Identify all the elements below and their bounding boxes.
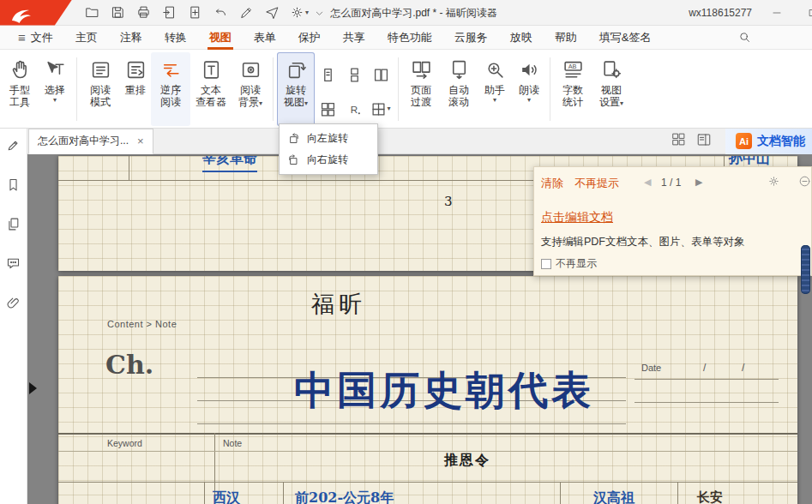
thumbnail-grid-button[interactable] bbox=[671, 132, 686, 150]
facing-pages-button[interactable] bbox=[374, 68, 388, 82]
page-transition-label-2: 过渡 bbox=[411, 96, 431, 108]
scrollbar-thumb[interactable] bbox=[801, 245, 810, 294]
previous-page-icon[interactable]: ◀ bbox=[644, 177, 651, 188]
edit-pen-button[interactable] bbox=[238, 5, 254, 21]
menu-help[interactable]: 帮助 bbox=[544, 26, 588, 50]
row-line bbox=[58, 451, 797, 452]
auto-scroll-button[interactable]: 自动滚动 bbox=[440, 52, 478, 126]
menu-view[interactable]: 视图 bbox=[198, 26, 243, 50]
maximize-button[interactable] bbox=[802, 2, 812, 24]
close-tab-icon[interactable]: × bbox=[137, 135, 144, 147]
ribbon-separator bbox=[76, 57, 77, 121]
rotate-view-label-2: 视图 bbox=[284, 96, 304, 108]
annotate-pencil-button[interactable] bbox=[6, 137, 21, 153]
view-settings-label-1: 视图 bbox=[601, 84, 622, 96]
svg-text:AB: AB bbox=[568, 62, 576, 69]
page-indicator: 1 / 1 bbox=[661, 177, 681, 189]
reading-background-button[interactable]: 阅读背景▾ bbox=[232, 52, 269, 126]
comments-button[interactable] bbox=[6, 255, 21, 271]
phoenix-icon bbox=[0, 0, 51, 26]
chapter-label: Ch. bbox=[105, 350, 153, 380]
menu-file[interactable]: ≡ 文件 bbox=[7, 26, 64, 50]
text-viewer-button[interactable]: 文本查看器 bbox=[190, 52, 232, 126]
menu-features[interactable]: 特色功能 bbox=[376, 26, 443, 50]
ai-document-label: 文档智能 bbox=[757, 134, 805, 149]
save-button[interactable] bbox=[110, 5, 125, 21]
chevron-down-icon bbox=[315, 9, 324, 18]
rotate-right-label: 向右旋转 bbox=[307, 153, 348, 167]
policy-text: 推恩令 bbox=[444, 452, 490, 470]
continuous-page-button[interactable] bbox=[347, 68, 362, 82]
settings-button[interactable]: ▾ bbox=[290, 5, 309, 20]
table-line bbox=[58, 482, 797, 483]
read-mode-button[interactable]: 阅读模式 bbox=[81, 52, 120, 126]
word-count-button[interactable]: AB 字数统计 bbox=[554, 52, 592, 126]
clear-button[interactable]: 清除 bbox=[541, 176, 563, 191]
reverse-reading-icon bbox=[160, 57, 182, 82]
menu-comment[interactable]: 注释 bbox=[109, 26, 153, 50]
document-view-area[interactable]: 辛亥革命 孙中山 3 福昕 Content > Note Ch. Date / … bbox=[27, 154, 812, 504]
menu-cloud[interactable]: 云服务 bbox=[443, 26, 499, 50]
read-aloud-button[interactable]: 朗读 ▾ bbox=[512, 52, 546, 126]
reflow-button[interactable]: 重排 bbox=[120, 52, 151, 126]
page-transition-label-1: 页面 bbox=[411, 84, 431, 96]
next-page-icon[interactable]: ▶ bbox=[695, 177, 702, 188]
menu-convert[interactable]: 转换 bbox=[153, 26, 198, 50]
continuous-facing-button[interactable] bbox=[321, 102, 335, 117]
caret-down-icon: ▾ bbox=[304, 99, 308, 107]
select-tool-label: 选择 bbox=[45, 84, 65, 96]
attachment-button[interactable] bbox=[6, 295, 21, 310]
reverse-reading-label-2: 阅读 bbox=[160, 96, 181, 108]
reverse-view-button[interactable]: R bbox=[347, 102, 362, 117]
rotate-left-item[interactable]: 向左旋转 bbox=[280, 128, 377, 149]
handwriting-dynasty: 西汉 bbox=[213, 489, 240, 504]
dont-show-row[interactable]: 不再显示 bbox=[541, 256, 597, 271]
open-file-button[interactable] bbox=[84, 5, 99, 21]
section-divider bbox=[58, 433, 797, 435]
ribbon-toolbar: 手型工具 选择 ▾ 阅读模式 重排 逆序阅读 文本查看器 阅读背景▾ 旋转视图▾… bbox=[0, 50, 812, 129]
single-page-button[interactable] bbox=[321, 68, 335, 82]
reflow-icon bbox=[125, 57, 147, 82]
rotate-left-label: 向左旋转 bbox=[307, 131, 348, 146]
handwriting-years: 前202-公元8年 bbox=[295, 489, 394, 504]
export-document-button[interactable] bbox=[161, 5, 177, 21]
dont-show-checkbox[interactable] bbox=[541, 259, 551, 269]
pdf-page-2: 福昕 Content > Note Ch. Date / / 中国历史朝代表 K… bbox=[58, 276, 797, 504]
notification-settings-button[interactable] bbox=[767, 175, 780, 191]
rotate-view-button[interactable]: 旋转视图▾ bbox=[277, 52, 315, 126]
assistant-button[interactable]: 助手 ▾ bbox=[478, 52, 512, 126]
no-remind-button[interactable]: 不再提示 bbox=[574, 176, 619, 191]
undo-button[interactable] bbox=[213, 5, 228, 21]
bookmark-button[interactable] bbox=[6, 177, 21, 192]
edit-document-link[interactable]: 点击编辑文档 bbox=[541, 210, 613, 225]
hand-tool-button[interactable]: 手型工具 bbox=[3, 52, 37, 126]
page-thumbnails-button[interactable] bbox=[6, 216, 21, 231]
read-aloud-label: 朗读 bbox=[519, 84, 539, 96]
collapse-panel-button[interactable] bbox=[798, 175, 811, 191]
minimize-button[interactable] bbox=[766, 2, 788, 24]
menu-fill-sign[interactable]: 填写&签名 bbox=[588, 26, 663, 50]
new-document-button[interactable] bbox=[187, 5, 202, 21]
print-button[interactable] bbox=[135, 5, 151, 21]
menu-share[interactable]: 共享 bbox=[332, 26, 376, 50]
select-tool-button[interactable]: 选择 ▾ bbox=[37, 52, 73, 126]
view-settings-button[interactable]: 视图设置▾ bbox=[592, 52, 631, 126]
speaker-icon bbox=[519, 57, 540, 82]
reading-panel-button[interactable] bbox=[696, 132, 712, 151]
rotate-right-item[interactable]: 向右旋转 bbox=[280, 149, 377, 171]
reverse-reading-button[interactable]: 逆序阅读 bbox=[151, 52, 190, 126]
share-button[interactable] bbox=[264, 5, 280, 21]
gear-icon bbox=[290, 5, 304, 20]
menu-file-label: 文件 bbox=[31, 30, 53, 45]
menu-protect[interactable]: 保护 bbox=[287, 26, 332, 50]
document-tab[interactable]: 怎么面对高中学习... × bbox=[28, 129, 153, 154]
page-transition-button[interactable]: 页面过渡 bbox=[402, 52, 440, 126]
expand-panel-arrow[interactable] bbox=[29, 382, 37, 394]
menu-present[interactable]: 放映 bbox=[499, 26, 544, 50]
hamburger-icon: ≡ bbox=[18, 30, 26, 45]
search-button[interactable] bbox=[727, 26, 762, 50]
menu-home[interactable]: 主页 bbox=[64, 26, 109, 50]
page-display-button[interactable]: ▾ bbox=[371, 102, 390, 117]
ai-document-button[interactable]: Ai 文档智能 bbox=[725, 129, 812, 154]
menu-form[interactable]: 表单 bbox=[243, 26, 287, 50]
